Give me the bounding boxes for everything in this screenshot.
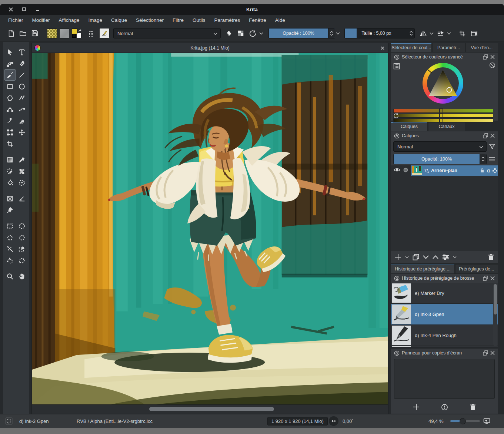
layer-no-style-icon[interactable]: [403, 167, 408, 174]
saturation-slider[interactable]: [393, 114, 493, 118]
tool-ellipse-select[interactable]: [16, 220, 28, 232]
menu-image[interactable]: Image: [84, 17, 107, 23]
layer-blending-mode-dropdown[interactable]: Normal: [393, 141, 487, 152]
tool-line[interactable]: [16, 69, 28, 81]
opacity-slider[interactable]: Opacité : 100%: [268, 28, 335, 38]
close-panel-icon[interactable]: [490, 55, 495, 59]
float-panel-icon[interactable]: [483, 133, 488, 138]
horizontal-scrollbar[interactable]: [32, 404, 388, 414]
swap-colors-icon[interactable]: [78, 28, 82, 34]
brush-preset-row[interactable]: d) Ink-4 Pen Rough: [391, 325, 498, 346]
float-panel-icon[interactable]: [483, 276, 488, 281]
update-screenshot-icon[interactable]: [441, 404, 448, 411]
reset-color-icon[interactable]: [393, 113, 399, 120]
tab-brush-presets[interactable]: Préréglages de...: [455, 264, 498, 273]
layer-properties-chevron-icon[interactable]: [453, 256, 457, 259]
tool-rect-select[interactable]: [4, 220, 16, 232]
layer-name[interactable]: Arrière-plan: [431, 168, 477, 173]
tool-assistants[interactable]: [4, 193, 16, 204]
tool-zoom[interactable]: [4, 270, 16, 282]
move-layer-up-icon[interactable]: [433, 255, 438, 259]
fit-to-screen-icon[interactable]: [483, 414, 490, 428]
chevron-down-icon[interactable]: [259, 32, 263, 35]
brush-preset-row-selected[interactable]: d) Ink-3 Gpen: [391, 304, 498, 325]
value-slider[interactable]: [393, 118, 493, 122]
tool-dynamic-brush[interactable]: [4, 115, 16, 127]
add-layer-chevron-icon[interactable]: [405, 256, 409, 259]
tool-pattern-edit[interactable]: [4, 165, 16, 177]
delete-layer-icon[interactable]: [488, 254, 494, 260]
menu-selectionner[interactable]: Sélectionner: [131, 17, 168, 23]
tab-parametres[interactable]: Paramètr...: [432, 43, 465, 52]
panel-lock-icon[interactable]: [394, 133, 400, 139]
canvas-image[interactable]: [32, 53, 388, 404]
zoom-slider[interactable]: [450, 414, 480, 428]
sv-triangle[interactable]: [427, 68, 459, 99]
layer-list-empty-area[interactable]: [391, 176, 498, 251]
tool-calligraphy[interactable]: [16, 58, 28, 69]
tool-bezier-curve[interactable]: [4, 104, 16, 115]
layer-filter-icon[interactable]: [489, 143, 495, 150]
chevron-down-icon[interactable]: [447, 32, 451, 35]
trim-canvas-icon[interactable]: [457, 28, 467, 38]
tool-multibrush[interactable]: [16, 115, 28, 127]
status-preset-name[interactable]: d) Ink-3 Gpen: [19, 414, 49, 428]
tool-crop[interactable]: [4, 138, 16, 149]
tool-enclose-fill[interactable]: [16, 177, 28, 188]
tool-polygon-select[interactable]: [4, 232, 16, 243]
document-titlebar[interactable]: Krita.jpg (14,1 Mio): [32, 43, 388, 53]
layer-opacity-spinner[interactable]: [480, 154, 486, 164]
status-zoom-value[interactable]: 49,4 %: [428, 414, 443, 428]
tool-smart-patch[interactable]: [16, 165, 28, 177]
advanced-color-selector[interactable]: [391, 61, 498, 121]
tab-brush-history[interactable]: Historique de préréglage ...: [391, 264, 455, 273]
brush-outline-icon[interactable]: [5, 414, 13, 428]
eraser-mode-icon[interactable]: [224, 28, 234, 38]
panel-lock-icon[interactable]: [394, 276, 400, 281]
delete-screenshot-icon[interactable]: [470, 404, 476, 410]
zoom-slider-knob[interactable]: [460, 418, 466, 424]
chevron-down-icon[interactable]: [430, 32, 434, 35]
value-slider-handle[interactable]: [439, 118, 443, 123]
tool-similar-color-select[interactable]: [16, 243, 28, 255]
menu-fenetre[interactable]: Fenêtre: [244, 17, 271, 23]
close-panel-icon[interactable]: [490, 134, 495, 138]
foreground-color-swatch[interactable]: [72, 28, 77, 34]
tool-ellipse[interactable]: [16, 81, 28, 92]
tool-freehand-path[interactable]: [16, 104, 28, 115]
screenshot-list-empty-area[interactable]: [394, 359, 495, 399]
tool-freehand-brush[interactable]: [4, 69, 16, 81]
opacity-spinner[interactable]: [328, 28, 335, 38]
canvas-viewport[interactable]: [32, 53, 388, 404]
tool-text[interactable]: [16, 46, 28, 58]
float-panel-icon[interactable]: [483, 350, 488, 356]
add-layer-icon[interactable]: [395, 254, 401, 260]
tool-reference-images[interactable]: [4, 204, 16, 216]
hue-slider-handle[interactable]: [439, 108, 443, 113]
tool-transform[interactable]: [4, 127, 16, 138]
layer-alpha-lock-icon[interactable]: α: [487, 168, 490, 174]
tool-polyline[interactable]: [16, 92, 28, 104]
close-panel-icon[interactable]: [490, 351, 495, 355]
color-selector-settings-icon[interactable]: [393, 63, 400, 71]
menu-filtre[interactable]: Filtre: [168, 17, 188, 23]
tool-color-sampler[interactable]: [16, 154, 28, 165]
tool-pan[interactable]: [16, 270, 28, 282]
blending-mode-dropdown[interactable]: Normal: [113, 28, 221, 38]
save-icon[interactable]: [30, 28, 40, 38]
layer-opacity-slider[interactable]: Opacité: 100%: [393, 154, 487, 164]
tool-measure[interactable]: [16, 193, 28, 204]
menu-aide[interactable]: Aide: [271, 17, 290, 23]
tab-vue-ensemble[interactable]: Vue d'en...: [465, 43, 498, 52]
canvas-rotation-button[interactable]: [329, 414, 338, 428]
layer-inherit-alpha-icon[interactable]: [492, 168, 498, 174]
menu-affichage[interactable]: Affichage: [54, 17, 84, 23]
tool-magic-wand-select[interactable]: [4, 243, 16, 255]
brush-preset-row-partial[interactable]: [391, 346, 498, 347]
layer-selected-area[interactable]: Arrière-plan α: [411, 165, 498, 176]
layer-properties-icon[interactable]: [442, 254, 449, 260]
brush-size-slider[interactable]: Taille : 5,00 px: [344, 28, 415, 38]
menu-modifier[interactable]: Modifier: [28, 17, 54, 23]
tool-gradient[interactable]: [4, 154, 16, 165]
menu-fichier[interactable]: Fichier: [4, 17, 28, 23]
